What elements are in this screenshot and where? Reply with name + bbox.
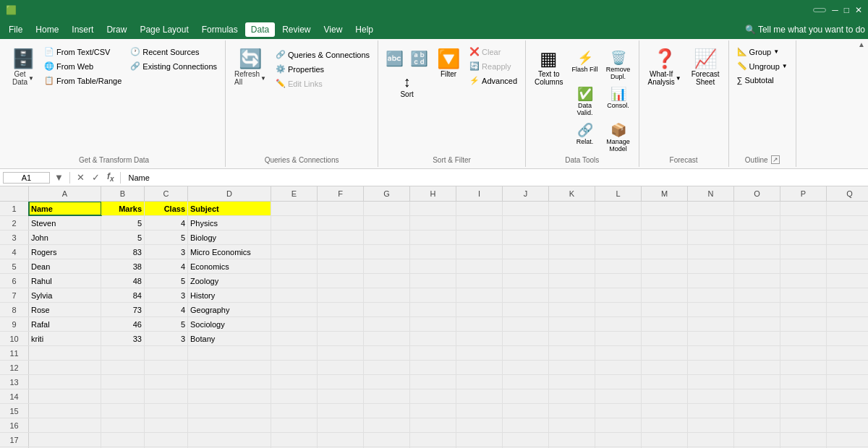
cell-B17[interactable] bbox=[101, 433, 145, 447]
cell-N10[interactable] bbox=[688, 332, 734, 345]
cell-M5[interactable] bbox=[642, 259, 688, 273]
cell-F7[interactable] bbox=[318, 288, 364, 302]
cell-M17[interactable] bbox=[642, 433, 688, 447]
cell-B3[interactable]: 5 bbox=[101, 231, 145, 244]
forecast-sheet-button[interactable]: 📈 ForecastSheet bbox=[687, 45, 724, 89]
cell-F2[interactable] bbox=[318, 216, 364, 230]
cell-E4[interactable] bbox=[271, 245, 318, 259]
cell-O2[interactable] bbox=[734, 216, 780, 230]
row-num-5[interactable]: 5 bbox=[0, 259, 29, 273]
cell-L12[interactable] bbox=[595, 361, 642, 374]
remove-duplicates-button[interactable]: 🗑️ RemoveDupl. bbox=[603, 48, 634, 82]
row-num-1[interactable]: 1 bbox=[0, 202, 29, 215]
cell-C5[interactable]: 4 bbox=[145, 259, 188, 273]
flash-fill-button[interactable]: ⚡ Flash Fill bbox=[569, 48, 601, 82]
cell-J17[interactable] bbox=[503, 433, 549, 447]
row-num-11[interactable]: 11 bbox=[0, 346, 29, 360]
cell-O16[interactable] bbox=[734, 418, 780, 432]
cell-I5[interactable] bbox=[456, 259, 503, 273]
cell-B15[interactable] bbox=[101, 404, 145, 418]
cell-I10[interactable] bbox=[456, 332, 503, 345]
cell-B10[interactable]: 33 bbox=[101, 332, 145, 345]
menu-insert[interactable]: Insert bbox=[66, 22, 99, 37]
cell-C17[interactable] bbox=[145, 433, 188, 447]
cell-h1[interactable] bbox=[410, 202, 456, 215]
col-header-j[interactable]: J bbox=[503, 186, 549, 201]
cell-C11[interactable] bbox=[145, 346, 188, 360]
cell-Q8[interactable] bbox=[827, 303, 868, 316]
cell-H4[interactable] bbox=[410, 245, 456, 259]
row-num-8[interactable]: 8 bbox=[0, 303, 29, 316]
cell-G3[interactable] bbox=[364, 231, 410, 244]
cell-A7[interactable]: Sylvia bbox=[29, 288, 101, 302]
cell-H5[interactable] bbox=[410, 259, 456, 273]
cell-A4[interactable]: Rogers bbox=[29, 245, 101, 259]
cell-L16[interactable] bbox=[595, 418, 642, 432]
collapse-ribbon-icon[interactable]: ▲ bbox=[858, 40, 865, 48]
cell-A3[interactable]: John bbox=[29, 231, 101, 244]
cell-M6[interactable] bbox=[642, 274, 688, 288]
edit-links-button[interactable]: ✏️ Edit Links bbox=[272, 77, 373, 90]
cell-O9[interactable] bbox=[734, 317, 780, 331]
cell-L6[interactable] bbox=[595, 274, 642, 288]
cell-B4[interactable]: 83 bbox=[101, 245, 145, 259]
cell-M11[interactable] bbox=[642, 346, 688, 360]
cell-F3[interactable] bbox=[318, 231, 364, 244]
confirm-formula-icon[interactable]: ✓ bbox=[90, 172, 102, 183]
cell-Q11[interactable] bbox=[827, 346, 868, 360]
cell-J4[interactable] bbox=[503, 245, 549, 259]
cell-Q5[interactable] bbox=[827, 259, 868, 273]
cell-D5[interactable]: Economics bbox=[188, 259, 271, 273]
cell-f1[interactable] bbox=[318, 202, 364, 215]
cell-H15[interactable] bbox=[410, 404, 456, 418]
cell-D10[interactable]: Botany bbox=[188, 332, 271, 345]
formula-input[interactable] bbox=[125, 173, 865, 183]
col-header-f[interactable]: F bbox=[318, 186, 364, 201]
existing-connections-button[interactable]: 🔗 Existing Connections bbox=[127, 59, 221, 73]
row-num-6[interactable]: 6 bbox=[0, 274, 29, 288]
manage-model-button[interactable]: 📦 ManageModel bbox=[603, 120, 634, 155]
advanced-button[interactable]: ⚡ Advanced bbox=[466, 74, 521, 87]
cell-Q15[interactable] bbox=[827, 404, 868, 418]
cell-K11[interactable] bbox=[549, 346, 595, 360]
cell-Q6[interactable] bbox=[827, 274, 868, 288]
row-num-7[interactable]: 7 bbox=[0, 288, 29, 302]
cell-H9[interactable] bbox=[410, 317, 456, 331]
cell-J15[interactable] bbox=[503, 404, 549, 418]
cell-A13[interactable] bbox=[29, 375, 101, 389]
cell-E17[interactable] bbox=[271, 433, 318, 447]
cell-e1[interactable] bbox=[271, 202, 318, 215]
cell-N6[interactable] bbox=[688, 274, 734, 288]
cell-O17[interactable] bbox=[734, 433, 780, 447]
subtotal-button[interactable]: ∑ Subtotal bbox=[733, 74, 791, 87]
cell-L3[interactable] bbox=[595, 231, 642, 244]
cell-Q14[interactable] bbox=[827, 389, 868, 403]
cell-G11[interactable] bbox=[364, 346, 410, 360]
cell-I16[interactable] bbox=[456, 418, 503, 432]
cell-Q9[interactable] bbox=[827, 317, 868, 331]
cell-P8[interactable] bbox=[780, 303, 827, 316]
cell-E9[interactable] bbox=[271, 317, 318, 331]
cell-E10[interactable] bbox=[271, 332, 318, 345]
data-validation-button[interactable]: ✅ DataValid. bbox=[569, 84, 601, 119]
cell-Q7[interactable] bbox=[827, 288, 868, 302]
cell-A8[interactable]: Rose bbox=[29, 303, 101, 316]
cell-J6[interactable] bbox=[503, 274, 549, 288]
cell-B12[interactable] bbox=[101, 361, 145, 374]
cell-N15[interactable] bbox=[688, 404, 734, 418]
row-num-10[interactable]: 10 bbox=[0, 332, 29, 345]
cell-Q13[interactable] bbox=[827, 375, 868, 389]
cell-N16[interactable] bbox=[688, 418, 734, 432]
col-header-q[interactable]: Q bbox=[827, 186, 868, 201]
cell-K13[interactable] bbox=[549, 375, 595, 389]
cell-A15[interactable] bbox=[29, 404, 101, 418]
cell-C13[interactable] bbox=[145, 375, 188, 389]
cell-D9[interactable]: Sociology bbox=[188, 317, 271, 331]
row-num-3[interactable]: 3 bbox=[0, 231, 29, 244]
cell-P6[interactable] bbox=[780, 274, 827, 288]
clear-button[interactable]: ❌ Clear bbox=[466, 45, 521, 59]
cell-C14[interactable] bbox=[145, 389, 188, 403]
cell-E13[interactable] bbox=[271, 375, 318, 389]
col-header-g[interactable]: G bbox=[364, 186, 410, 201]
cell-M3[interactable] bbox=[642, 231, 688, 244]
